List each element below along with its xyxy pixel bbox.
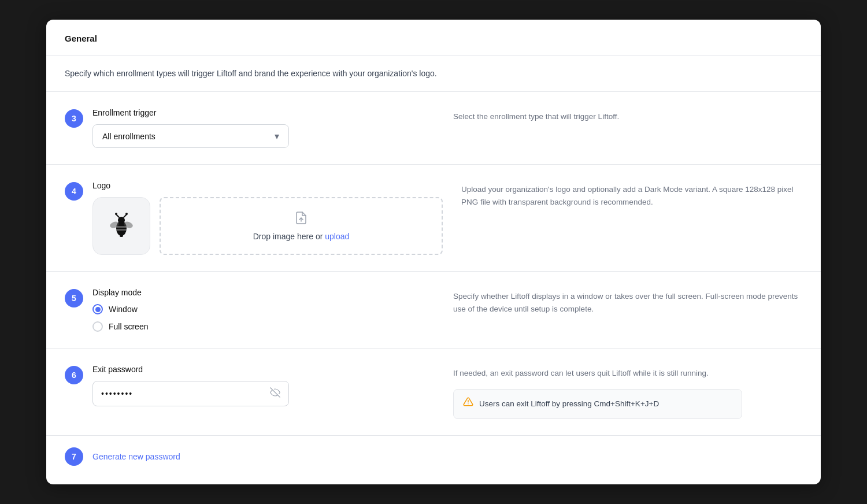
eye-off-icon[interactable] bbox=[270, 387, 280, 400]
exit-password-input-wrapper bbox=[92, 381, 289, 406]
exit-password-hint-text: If needed, an exit password can let user… bbox=[453, 369, 709, 377]
step-badge-5: 5 bbox=[65, 289, 83, 307]
enrollment-trigger-hint-text: Select the enrollment type that will tri… bbox=[453, 112, 619, 121]
display-mode-row: 5 Display mode Window Full screen bbox=[46, 272, 821, 349]
enrollment-trigger-left: 3 Enrollment trigger All enrollments ▾ bbox=[65, 108, 435, 148]
exit-password-label: Exit password bbox=[92, 365, 435, 374]
radio-fullscreen[interactable]: Full screen bbox=[92, 321, 435, 332]
radio-window-circle[interactable] bbox=[92, 304, 103, 314]
radio-fullscreen-label: Full screen bbox=[109, 322, 148, 331]
upload-link[interactable]: upload bbox=[325, 232, 349, 241]
section-header: General bbox=[46, 20, 821, 56]
display-mode-field: Display mode Window Full screen bbox=[92, 288, 435, 332]
exit-password-left: 6 Exit password bbox=[65, 365, 435, 406]
display-mode-hint: Specify whether Liftoff displays in a wi… bbox=[453, 288, 802, 315]
dropzone-text: Drop image here or upload bbox=[253, 232, 350, 241]
logo-field: Logo bbox=[92, 181, 443, 255]
enrollment-trigger-row: 3 Enrollment trigger All enrollments ▾ S… bbox=[46, 92, 821, 165]
enrollment-trigger-field: Enrollment trigger All enrollments ▾ bbox=[92, 108, 435, 148]
radio-fullscreen-circle[interactable] bbox=[92, 321, 103, 332]
enrollment-trigger-label: Enrollment trigger bbox=[92, 108, 435, 117]
exit-password-field: Exit password bbox=[92, 365, 435, 406]
warning-text: Users can exit Liftoff by pressing Cmd+S… bbox=[479, 398, 659, 410]
step-badge-4: 4 bbox=[65, 182, 83, 201]
bee-icon bbox=[106, 211, 136, 241]
generate-password-row: 7 Generate new password bbox=[46, 436, 821, 484]
display-mode-left: 5 Display mode Window Full screen bbox=[65, 288, 435, 332]
step-badge-7: 7 bbox=[65, 447, 83, 466]
enrollment-trigger-value: All enrollments bbox=[102, 132, 155, 141]
section-title: General bbox=[65, 34, 97, 43]
warning-box: Users can exit Liftoff by pressing Cmd+S… bbox=[453, 389, 742, 419]
logo-preview bbox=[92, 197, 150, 255]
logo-label: Logo bbox=[92, 181, 443, 190]
logo-dropzone[interactable]: Drop image here or upload bbox=[160, 197, 443, 255]
logo-area: Drop image here or upload bbox=[92, 197, 443, 255]
main-container: General Specify which enrollment types w… bbox=[46, 20, 821, 484]
display-mode-radio-group: Window Full screen bbox=[92, 304, 435, 332]
svg-point-10 bbox=[120, 235, 123, 237]
description-text: Specify which enrollment types will trig… bbox=[65, 69, 437, 78]
display-mode-hint-text: Specify whether Liftoff displays in a wi… bbox=[453, 292, 798, 313]
exit-password-right: If needed, an exit password can let user… bbox=[453, 365, 802, 418]
svg-rect-9 bbox=[116, 229, 127, 231]
logo-hint: Upload your organization's logo and opti… bbox=[461, 181, 802, 208]
display-mode-label: Display mode bbox=[92, 288, 435, 297]
exit-password-row: 6 Exit password If needed, an e bbox=[46, 349, 821, 435]
svg-point-5 bbox=[125, 213, 128, 215]
radio-window[interactable]: Window bbox=[92, 304, 435, 314]
step-badge-6: 6 bbox=[65, 366, 83, 384]
radio-window-label: Window bbox=[109, 305, 138, 314]
exit-password-input[interactable] bbox=[101, 389, 270, 398]
logo-hint-text: Upload your organization's logo and opti… bbox=[461, 185, 793, 206]
svg-point-3 bbox=[115, 213, 117, 215]
warning-icon bbox=[463, 396, 473, 412]
step-badge-3: 3 bbox=[65, 109, 83, 128]
enrollment-trigger-dropdown[interactable]: All enrollments ▾ bbox=[92, 124, 289, 148]
enrollment-trigger-hint: Select the enrollment type that will tri… bbox=[453, 108, 802, 123]
chevron-down-icon: ▾ bbox=[275, 131, 279, 142]
svg-rect-8 bbox=[116, 226, 127, 228]
logo-row: 4 Logo bbox=[46, 165, 821, 272]
generate-password-link[interactable]: Generate new password bbox=[92, 452, 180, 461]
upload-icon bbox=[294, 211, 308, 228]
section-description: Specify which enrollment types will trig… bbox=[46, 56, 821, 92]
logo-left: 4 Logo bbox=[65, 181, 443, 255]
